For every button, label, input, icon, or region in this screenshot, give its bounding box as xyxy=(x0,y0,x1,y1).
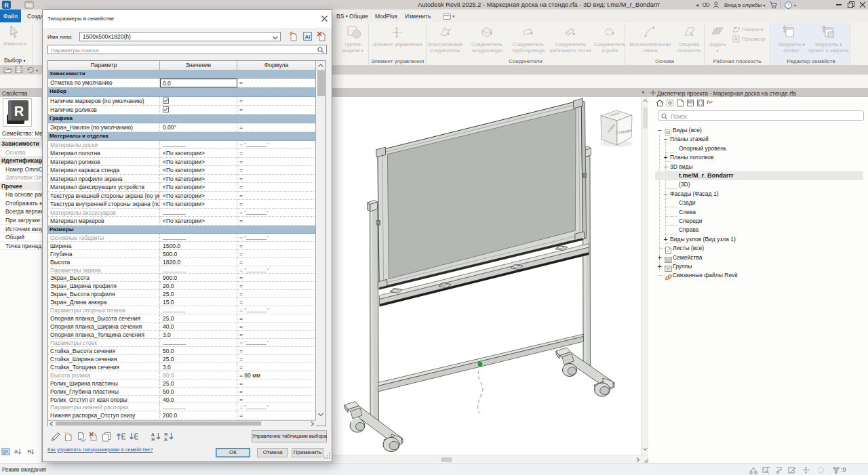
svg-text:?: ? xyxy=(787,2,789,8)
svg-text:Я: Я xyxy=(151,437,155,441)
svg-text:А: А xyxy=(164,437,167,441)
svg-text:А: А xyxy=(151,432,155,437)
svg-text:Я: Я xyxy=(164,432,167,437)
svg-text:А: А xyxy=(14,449,18,455)
svg-text:Я: Я xyxy=(27,449,31,455)
svg-text:R: R xyxy=(14,104,24,119)
svg-text:R: R xyxy=(4,2,9,9)
svg-text:AI: AI xyxy=(305,34,311,40)
